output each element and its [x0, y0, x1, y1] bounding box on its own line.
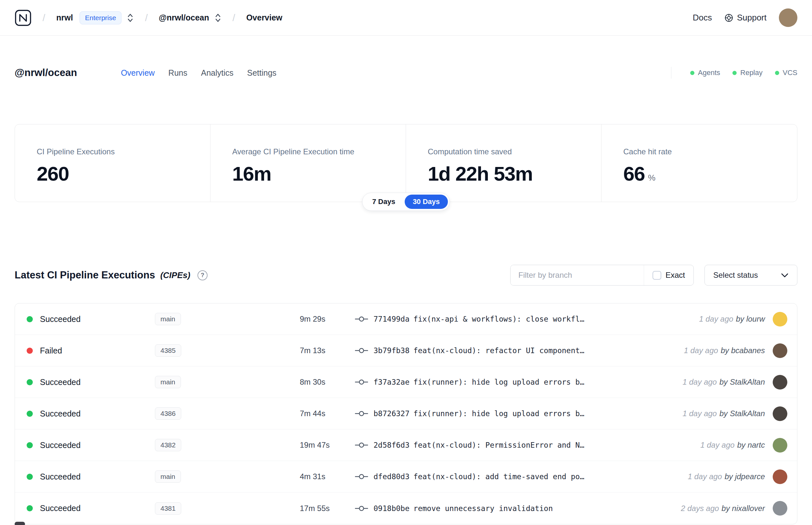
status-dot [27, 411, 33, 417]
feature-agents[interactable]: Agents [690, 69, 720, 77]
commit-message: fix(runner): hide log upload errors b… [413, 409, 584, 418]
branch-filter-input[interactable] [510, 265, 644, 285]
row-meta: 1 day agoby bcabanes [684, 346, 765, 355]
stat-card-avg-time: Average CI Pipeline Execution time 16m [211, 124, 406, 202]
avatar [773, 501, 787, 515]
stat-label: Computation time saved [428, 147, 595, 156]
stats-section: CI Pipeline Executions 260 Average CI Pi… [15, 124, 797, 202]
status-dot [27, 474, 33, 480]
commit-message: remove unnecessary invalidation [413, 504, 553, 513]
cipes-section: Latest CI Pipeline Executions (CIPEs) ? … [15, 265, 797, 524]
support-label: Support [737, 13, 767, 23]
workspace-switcher-chevron-icon[interactable] [214, 12, 221, 24]
stat-value: 260 [37, 162, 204, 185]
feature-vcs[interactable]: VCS [775, 69, 797, 77]
table-row[interactable]: Succeeded 4386 7m 44s b8726327fix(runner… [15, 398, 797, 430]
support-icon [724, 13, 733, 22]
cipes-header: Latest CI Pipeline Executions (CIPEs) ? … [15, 265, 797, 286]
commit-sha: b8726327 [373, 409, 410, 418]
branch-badge: main [155, 470, 181, 483]
exact-label: Exact [665, 271, 685, 280]
row-meta: 1 day agoby StalkAltan [683, 409, 765, 418]
breadcrumb: / nrwl Enterprise / @nrwl/ocean / Overvi… [15, 10, 282, 26]
partial-bottom-element [15, 522, 25, 525]
table-row[interactable]: Succeeded 4382 19m 47s 2d58f6d3feat(nx-c… [15, 430, 797, 461]
duration-label: 19m 47s [285, 440, 355, 450]
help-icon[interactable]: ? [198, 270, 208, 280]
row-meta: 2 days agoby nixallover [681, 504, 765, 513]
table-row[interactable]: Succeeded main 8m 30s f37a32aefix(runner… [15, 366, 797, 398]
exact-checkbox[interactable] [653, 271, 661, 280]
row-meta: 1 day agoby jdpearce [688, 472, 765, 481]
tab-overview[interactable]: Overview [121, 68, 155, 78]
status-label: Succeeded [40, 377, 80, 387]
table-row[interactable]: Failed 4385 7m 13s 3b79fb38feat(nx-cloud… [15, 335, 797, 366]
time-ago: 2 days ago [681, 504, 719, 513]
duration-label: 9m 29s [285, 314, 355, 324]
row-meta: 1 day agoby lourw [699, 314, 765, 324]
date-range-toggle: 7 Days 30 Days [362, 193, 450, 211]
status-label: Succeeded [40, 440, 80, 450]
row-meta: 1 day agoby StalkAltan [683, 377, 765, 387]
feature-replay[interactable]: Replay [732, 69, 762, 77]
commit-message: feat(nx-cloud): PermissionError and N… [413, 441, 584, 449]
range-7-days[interactable]: 7 Days [364, 195, 403, 209]
tab-settings[interactable]: Settings [247, 68, 276, 78]
green-dot-icon [775, 71, 779, 75]
branch-badge: main [155, 376, 181, 388]
duration-label: 7m 13s [285, 346, 355, 355]
author: by lourw [736, 314, 765, 323]
status-dot [27, 442, 33, 448]
commit-icon [355, 378, 368, 386]
status-dot [27, 379, 33, 385]
breadcrumb-separator: / [232, 12, 235, 24]
breadcrumb-separator: / [43, 12, 45, 24]
avatar [773, 438, 787, 452]
commit-sha: 0918b0be [373, 504, 410, 513]
user-avatar[interactable] [779, 9, 797, 27]
org-switcher-chevron-icon[interactable] [127, 12, 134, 24]
workspace-name[interactable]: @nrwl/ocean [159, 13, 209, 22]
current-page: Overview [246, 13, 282, 22]
duration-label: 7m 44s [285, 409, 355, 418]
avatar [773, 343, 787, 358]
time-ago: 1 day ago [688, 472, 722, 481]
stat-card-executions: CI Pipeline Executions 260 [15, 124, 211, 202]
table-row[interactable]: Succeeded 4381 17m 55s 0918b0beremove un… [15, 493, 797, 524]
breadcrumb-separator: / [145, 12, 148, 24]
status-label: Succeeded [40, 409, 80, 418]
commit-message: fix(nx-api & workflows): close workfl… [413, 315, 584, 323]
author: by nixallover [722, 504, 765, 513]
table-row[interactable]: Succeeded main 9m 29s 771499dafix(nx-api… [15, 303, 797, 335]
avatar [773, 375, 787, 390]
tab-runs[interactable]: Runs [168, 68, 187, 78]
section-title: Latest CI Pipeline Executions [15, 269, 155, 281]
status-dot [27, 316, 33, 322]
commit-sha: f37a32ae [373, 378, 410, 386]
commit-message: fix(runner): hide log upload errors b… [413, 378, 584, 386]
cipes-controls: Exact Select status [510, 265, 797, 286]
stat-label: Average CI Pipeline Execution time [232, 147, 399, 156]
branch-badge: 4381 [155, 502, 181, 515]
section-title-suffix: (CIPEs) [160, 270, 190, 280]
range-30-days[interactable]: 30 Days [405, 195, 448, 209]
green-dot-icon [690, 71, 694, 75]
stat-label: Cache hit rate [623, 147, 791, 156]
branch-filter-group: Exact [510, 265, 694, 286]
stat-card-time-saved: Computation time saved 1d 22h 53m [406, 124, 601, 202]
table-row[interactable]: Succeeded main 4m 31s dfed80d3feat(nx-cl… [15, 461, 797, 493]
org-name[interactable]: nrwl [56, 13, 73, 22]
docs-link[interactable]: Docs [693, 13, 712, 23]
exact-match-group: Exact [644, 265, 693, 285]
status-label: Failed [40, 346, 62, 356]
commit-sha: 3b79fb38 [373, 346, 410, 355]
green-dot-icon [732, 71, 737, 75]
support-link[interactable]: Support [724, 13, 767, 23]
time-ago: 1 day ago [683, 377, 717, 386]
stat-value: 1d 22h 53m [428, 162, 595, 185]
tab-analytics[interactable]: Analytics [201, 68, 233, 78]
status-dot [27, 348, 33, 354]
branch-badge: 4385 [155, 344, 181, 357]
nx-logo-icon[interactable] [15, 10, 31, 26]
status-filter-dropdown[interactable]: Select status [704, 265, 797, 286]
